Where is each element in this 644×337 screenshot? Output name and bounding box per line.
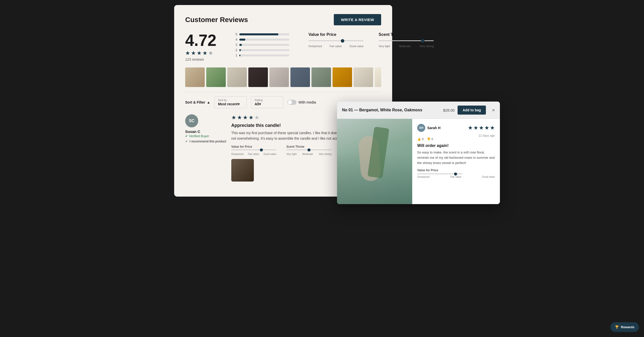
- value-slider-track: [308, 40, 364, 41]
- rating-dropdown-value: All: [255, 102, 261, 106]
- write-review-button[interactable]: WRITE A REVIEW: [334, 14, 381, 25]
- popup-price: $28.00: [443, 108, 455, 112]
- photo-thumb-8[interactable]: [333, 67, 352, 87]
- popup-slider-labels: Overpriced Fair value Good value: [417, 176, 495, 178]
- sort-dropdown-label: Sort by: [218, 99, 227, 102]
- value-for-price-slider: [308, 40, 364, 41]
- pop-star-5: ★: [490, 125, 495, 131]
- bar-fill-3: [239, 44, 242, 46]
- bar-label-2: 2: [234, 48, 237, 52]
- rev-val-label-right: Good value: [264, 153, 276, 155]
- photo-thumb-7[interactable]: [311, 67, 331, 87]
- thumbs-up-icon: 👍: [417, 137, 421, 141]
- review-scent-slider: [286, 149, 332, 150]
- verified-check-icon: ✔: [185, 134, 188, 138]
- scent-throw-metric: Scent Throw Very light Moderate Very str…: [379, 32, 434, 48]
- popup-like-row: 👍 0 👎 0: [417, 137, 495, 141]
- bar-label-4: 4: [234, 38, 237, 41]
- popup-body: SH Sarah H ★ ★ ★ ★ ★ 12 days ago: [337, 119, 500, 204]
- popup-metric-title: Value for Price: [417, 168, 495, 172]
- star-2: ★: [191, 50, 196, 56]
- photo-thumb-6[interactable]: [290, 67, 310, 87]
- review-value-labels: Overpriced Fair value Good value: [231, 153, 276, 155]
- reviewer-name: Susan C: [185, 129, 226, 134]
- star-1: ★: [185, 50, 190, 56]
- photo-thumb-9[interactable]: [354, 67, 373, 87]
- recommend-text: ✓ I recommend this product: [185, 139, 226, 143]
- review-scent-metric: Scent Throw Very light Moderate Very str…: [286, 145, 332, 155]
- popup-reviewer-row: SH Sarah H ★ ★ ★ ★ ★: [417, 124, 495, 132]
- popup-review-text: So easy to make, the scent is a soft ros…: [417, 150, 495, 165]
- star-3: ★: [197, 50, 202, 56]
- rewards-button[interactable]: 🏆 Rewards: [610, 322, 639, 332]
- popup-product-info: No 01 — Bergamot, White Rose, Oakmoss: [342, 108, 422, 112]
- star-5: ★: [208, 50, 213, 56]
- sort-filter-button[interactable]: Sort & Filter ▲: [185, 100, 210, 104]
- popup-product-name: No 01 — Bergamot, White Rose, Oakmoss: [342, 108, 422, 112]
- sort-filter-chevron: ▲: [207, 100, 210, 104]
- popup-review-title: Will order again!: [417, 143, 495, 148]
- scent-slider-labels: Very light Moderate Very strong: [379, 45, 434, 48]
- review-photo[interactable]: [231, 159, 254, 182]
- value-slider-thumb: [341, 39, 344, 43]
- bar-row-1: 1: [234, 53, 294, 57]
- popup-avatar: SH: [417, 124, 425, 132]
- review-count: 123 reviews: [185, 57, 204, 61]
- photo-thumb-4[interactable]: [248, 67, 268, 87]
- photo-thumb-5[interactable]: [269, 67, 289, 87]
- rev-scent-label-left: Very light: [286, 153, 297, 155]
- rev-scent-label-mid: Moderate: [302, 153, 313, 155]
- bar-row-2: 2: [234, 48, 294, 52]
- scent-slider-track: [379, 40, 434, 41]
- scent-throw-slider: [379, 40, 434, 41]
- value-label-mid: Fair value: [330, 45, 342, 48]
- rev-star-4: ★: [249, 114, 254, 121]
- rating-dropdown[interactable]: Rating All: [251, 96, 283, 108]
- bar-fill-4: [239, 39, 245, 41]
- photo-thumb-3[interactable]: [227, 67, 247, 87]
- bar-row-5: 5: [234, 32, 294, 36]
- popup-image-inner: [337, 119, 412, 204]
- bar-track-5: [239, 33, 289, 35]
- popup-add-to-bag-button[interactable]: Add to bag: [458, 106, 486, 115]
- review-value-slider: [231, 149, 276, 150]
- page-title: Customer Reviews: [185, 16, 248, 24]
- photo-thumb-10[interactable]: [375, 67, 381, 87]
- media-toggle[interactable]: With media: [287, 100, 316, 105]
- bar-label-1: 1: [234, 53, 237, 57]
- like-item[interactable]: 👍 0: [417, 137, 424, 141]
- popup-close-button[interactable]: ×: [492, 107, 495, 113]
- header-row: Customer Reviews WRITE A REVIEW: [185, 14, 381, 25]
- pop-star-3: ★: [479, 125, 484, 131]
- verified-badge: ✔ Verified Buyer: [185, 134, 226, 138]
- value-for-price-title: Value for Price: [308, 32, 364, 37]
- toggle-thumb: [288, 100, 292, 104]
- aggregate-metrics: Value for Price Overpriced Fair value Go…: [308, 32, 434, 48]
- rating-bars: 5 4 3 2: [234, 32, 294, 57]
- rating-overview: 4.72 ★ ★ ★ ★ ★ 123 reviews 5: [185, 32, 381, 61]
- photo-thumb-2[interactable]: [206, 67, 226, 87]
- reviewer-left: SC Susan C ✔ Verified Buyer ✓ I recommen…: [185, 114, 226, 182]
- bar-row-3: 3: [234, 43, 294, 47]
- rev-scent-label-right: Very strong: [319, 153, 332, 155]
- popup-reviewer: SH Sarah H: [417, 124, 441, 132]
- sort-dropdown[interactable]: Sort by Most recent: [214, 96, 247, 108]
- popup-label-left: Overpriced: [417, 176, 430, 178]
- popup-label-mid: Fair value: [450, 176, 461, 178]
- toggle-track[interactable]: [287, 100, 296, 105]
- product-popup: No 01 — Bergamot, White Rose, Oakmoss $2…: [337, 102, 500, 204]
- photo-strip[interactable]: ›: [185, 67, 381, 87]
- bar-track-1: [239, 54, 289, 56]
- pop-star-2: ★: [473, 125, 478, 131]
- dislike-count: 0: [432, 137, 433, 141]
- dislike-item[interactable]: 👎 0: [427, 137, 433, 141]
- popup-product-image: [337, 119, 412, 204]
- rev-star-1: ★: [231, 114, 236, 121]
- checkmark-icon: ✓: [185, 139, 188, 143]
- pop-star-1: ★: [468, 125, 473, 131]
- rating-dropdown-label: Rating: [255, 99, 263, 102]
- scent-label-right: Very strong: [420, 45, 434, 48]
- bar-track-3: [239, 44, 289, 46]
- sort-dropdown-value: Most recent: [218, 102, 240, 106]
- photo-thumb-1[interactable]: [185, 67, 205, 87]
